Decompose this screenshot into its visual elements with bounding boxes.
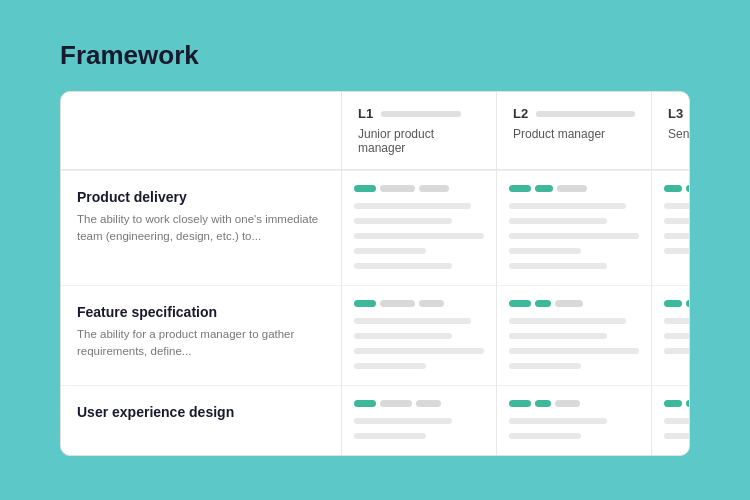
text-line <box>664 233 689 239</box>
text-line <box>664 318 689 324</box>
table-wrapper: L1 Junior product manager L2 Product man… <box>61 92 689 455</box>
level-label-l3: L3 <box>668 106 683 121</box>
header-cell-l1: L1 Junior product manager <box>341 92 496 170</box>
text-line <box>509 263 607 269</box>
text-line <box>509 218 607 224</box>
chip-gray <box>380 185 415 192</box>
skill-title-product-delivery: Product delivery <box>77 189 325 205</box>
text-line <box>664 248 689 254</box>
level-bar-l2 <box>536 111 635 117</box>
skill-desc-feature-spec: The ability for a product manager to gat… <box>77 326 325 361</box>
framework-table: L1 Junior product manager L2 Product man… <box>61 92 689 455</box>
page-title: Framework <box>60 40 690 71</box>
chip-gray <box>419 300 444 307</box>
chip-green <box>535 400 551 407</box>
text-line <box>354 363 426 369</box>
chip-green <box>354 300 376 307</box>
text-line <box>664 348 689 354</box>
text-line <box>664 333 689 339</box>
text-line <box>354 248 426 254</box>
chip-green <box>354 400 376 407</box>
chip-gray <box>380 400 412 407</box>
chip-green <box>686 400 689 407</box>
text-line <box>354 418 452 424</box>
text-line <box>354 218 452 224</box>
text-line <box>664 433 689 439</box>
chip-green <box>509 185 531 192</box>
chip-gray <box>557 185 587 192</box>
text-line <box>354 233 484 239</box>
text-line <box>354 318 471 324</box>
skill-cell-l2-product-delivery[interactable] <box>496 170 651 285</box>
header-empty <box>61 92 341 170</box>
text-line <box>509 233 639 239</box>
chip-green <box>509 300 531 307</box>
row-label-product-delivery: Product delivery The ability to work clo… <box>61 170 341 285</box>
skill-cell-l3-ux-design[interactable] <box>651 385 689 455</box>
text-line <box>509 203 626 209</box>
chip-gray <box>555 400 580 407</box>
chip-green <box>686 185 689 192</box>
chip-green <box>664 300 682 307</box>
role-label-l3: Senior pro... <box>668 127 689 141</box>
text-line <box>509 363 581 369</box>
chip-green <box>664 400 682 407</box>
text-line <box>664 418 689 424</box>
text-line <box>354 433 426 439</box>
chip-green <box>686 300 689 307</box>
role-label-l1: Junior product manager <box>358 127 480 155</box>
text-line <box>354 263 452 269</box>
text-line <box>509 333 607 339</box>
chip-gray <box>416 400 441 407</box>
skill-cell-l1-feature-spec[interactable] <box>341 285 496 385</box>
text-line <box>664 218 689 224</box>
skill-cell-l1-product-delivery[interactable] <box>341 170 496 285</box>
text-line <box>509 433 581 439</box>
chip-green <box>354 185 376 192</box>
text-line <box>664 203 689 209</box>
row-label-feature-spec: Feature specification The ability for a … <box>61 285 341 385</box>
chip-green <box>509 400 531 407</box>
header-cell-l3: L3 Senior pro... <box>651 92 689 170</box>
framework-card: L1 Junior product manager L2 Product man… <box>60 91 690 456</box>
skill-cell-l3-product-delivery[interactable] <box>651 170 689 285</box>
role-label-l2: Product manager <box>513 127 635 141</box>
chip-green <box>535 185 553 192</box>
skill-cell-l3-feature-spec[interactable] <box>651 285 689 385</box>
skill-cell-l2-ux-design[interactable] <box>496 385 651 455</box>
header-cell-l2: L2 Product manager <box>496 92 651 170</box>
level-bar-l1 <box>381 111 461 117</box>
level-label-l1: L1 <box>358 106 373 121</box>
chip-gray <box>419 185 449 192</box>
skill-title-feature-spec: Feature specification <box>77 304 325 320</box>
chip-gray <box>555 300 583 307</box>
text-line <box>354 333 452 339</box>
skill-title-ux-design: User experience design <box>77 404 325 420</box>
row-label-ux-design: User experience design <box>61 385 341 455</box>
text-line <box>354 203 471 209</box>
text-line <box>354 348 484 354</box>
skill-cell-l1-ux-design[interactable] <box>341 385 496 455</box>
chip-green <box>664 185 682 192</box>
chip-green <box>535 300 551 307</box>
skill-cell-l2-feature-spec[interactable] <box>496 285 651 385</box>
page-container: Framework L1 Junior product manager L2 <box>60 40 690 456</box>
chip-gray <box>380 300 415 307</box>
text-line <box>509 318 626 324</box>
text-line <box>509 418 607 424</box>
text-line <box>509 348 639 354</box>
skill-desc-product-delivery: The ability to work closely with one's i… <box>77 211 325 246</box>
text-line <box>509 248 581 254</box>
level-label-l2: L2 <box>513 106 528 121</box>
